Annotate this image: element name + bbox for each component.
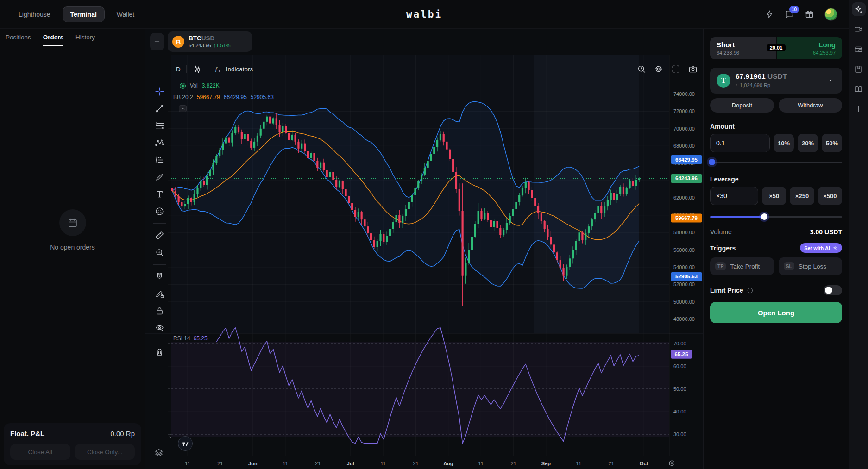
rsi-legend[interactable]: RSI 1465.25 — [173, 335, 208, 342]
svg-text:59667.79: 59667.79 — [675, 215, 698, 221]
chart-settings-icon[interactable] — [654, 64, 663, 74]
leverage-50-button[interactable]: ×50 — [762, 187, 786, 205]
tradingview-logo[interactable] — [178, 436, 193, 451]
percent-10-button[interactable]: 10% — [774, 134, 794, 152]
text-tool-icon[interactable] — [152, 187, 166, 201]
deposit-button[interactable]: Deposit — [710, 98, 774, 113]
bollinger-legend[interactable]: BB 20 2 59667.79 66429.95 52905.63 — [173, 94, 274, 100]
lock-icon[interactable] — [152, 304, 166, 318]
docs-icon[interactable] — [852, 82, 866, 96]
info-icon — [743, 287, 754, 294]
pattern-xabcd-icon[interactable] — [152, 136, 166, 150]
fullscreen-icon[interactable] — [671, 64, 680, 74]
leverage-500-button[interactable]: ×500 — [818, 187, 842, 205]
limit-price-label: Limit Price — [710, 287, 743, 294]
svg-text:60.00: 60.00 — [673, 363, 686, 369]
percent-20-button[interactable]: 20% — [798, 134, 818, 152]
primary-nav: Lighthouse Terminal Wallet — [11, 6, 142, 22]
interval-button[interactable]: D — [176, 66, 181, 73]
short-button[interactable]: Short 64,233.96 — [710, 37, 776, 59]
hide-drawings-icon[interactable] — [152, 321, 166, 335]
balance-fiat: ≈ 1,024,690 Rp — [736, 82, 770, 88]
collapse-left-icon[interactable] — [167, 432, 174, 440]
pnl-card: Float. P&L 0.00 Rp Close All Close Only.… — [4, 423, 141, 465]
nav-wallet[interactable]: Wallet — [109, 7, 142, 22]
close-only-button[interactable]: Close Only... — [75, 444, 135, 460]
wallet-icon[interactable] — [852, 42, 866, 56]
orders-panel: Positions Orders History No open orders … — [0, 29, 145, 469]
magnet-icon[interactable] — [152, 269, 166, 283]
add-symbol-button[interactable] — [150, 33, 164, 50]
leverage-input[interactable] — [716, 192, 752, 200]
long-price: 64,253.97 — [783, 50, 836, 56]
withdraw-button[interactable]: Withdraw — [779, 98, 843, 113]
add-widget-icon[interactable] — [852, 102, 866, 116]
tab-orders[interactable]: Orders — [43, 29, 63, 46]
indicators-button[interactable]: ƒx Indicators — [214, 64, 253, 74]
layers-icon[interactable] — [154, 448, 164, 458]
zoom-in-icon[interactable] — [152, 245, 166, 259]
svg-text:Oct: Oct — [640, 461, 648, 466]
limit-price-toggle[interactable] — [824, 285, 842, 295]
empty-state-text: No open orders — [50, 244, 95, 251]
nav-terminal[interactable]: Terminal — [63, 6, 105, 22]
topbar-actions: 10 — [765, 8, 837, 21]
topbar: Lighthouse Terminal Wallet walbi 10 — [0, 0, 849, 29]
volume-row: Volume 3.00 USDT — [710, 228, 842, 236]
chat-icon[interactable]: 10 — [785, 9, 794, 19]
float-pnl-label: Float. P&L — [10, 430, 44, 438]
percent-50-button[interactable]: 50% — [822, 134, 842, 152]
screen-record-icon[interactable] — [852, 22, 866, 36]
ai-assistant-icon[interactable] — [852, 2, 866, 16]
fib-retracement-icon[interactable] — [152, 119, 166, 132]
set-with-ai-button[interactable]: Set with AI — [800, 243, 842, 253]
svg-text:66429.95: 66429.95 — [675, 157, 698, 163]
ticker-quote: USD — [201, 35, 215, 42]
amount-label: Amount — [710, 123, 842, 130]
trend-line-icon[interactable] — [152, 101, 166, 115]
chart-section: 74000.0072000.0070000.0068000.0066000.00… — [145, 29, 703, 469]
volume-visibility-toggle[interactable] — [180, 83, 186, 89]
trash-icon[interactable] — [152, 345, 166, 359]
amount-input[interactable] — [716, 139, 764, 147]
bb-upper-value: 66429.95 — [224, 94, 247, 100]
balance-selector[interactable]: T 67.91961 USDT ≈ 1,024,690 Rp — [710, 68, 842, 94]
drawing-lock-icon[interactable] — [152, 287, 166, 300]
svg-text:52000.00: 52000.00 — [673, 281, 695, 287]
flash-icon[interactable] — [765, 9, 774, 19]
brush-icon[interactable] — [152, 170, 166, 184]
measure-icon[interactable] — [152, 228, 166, 242]
journal-icon[interactable] — [852, 62, 866, 76]
stop-loss-button[interactable]: SL Stop Loss — [779, 257, 843, 275]
crosshair-icon[interactable] — [152, 84, 166, 98]
snapshot-icon[interactable] — [688, 64, 698, 74]
svg-text:21: 21 — [609, 461, 614, 466]
nav-lighthouse[interactable]: Lighthouse — [11, 7, 58, 22]
tab-positions[interactable]: Positions — [6, 29, 31, 46]
spread-badge: 20.01 — [767, 44, 786, 51]
svg-text:72000.00: 72000.00 — [673, 108, 695, 114]
short-price: 64,233.96 — [717, 50, 769, 56]
side-selector: Short 64,233.96 Long 64,253.97 20.01 — [710, 37, 842, 59]
quick-search-icon[interactable] — [637, 64, 646, 74]
ticker-chip[interactable]: B BTCUSD 64,243.96↑1.51% — [168, 31, 252, 52]
leverage-slider[interactable] — [710, 213, 842, 220]
open-long-button[interactable]: Open Long — [710, 302, 842, 323]
bb-basis-value: 59667.79 — [197, 94, 220, 100]
gift-icon[interactable] — [805, 9, 814, 19]
avatar[interactable] — [824, 8, 837, 21]
leverage-250-button[interactable]: ×250 — [790, 187, 814, 205]
chart-type-icon[interactable] — [192, 64, 202, 74]
svg-text:52905.63: 52905.63 — [675, 274, 698, 279]
close-all-button[interactable]: Close All — [10, 444, 70, 460]
ticker-price: 64,243.96 — [189, 43, 211, 48]
take-profit-button[interactable]: TP Take Profit — [710, 257, 774, 275]
forecast-icon[interactable] — [152, 153, 166, 167]
amount-slider[interactable] — [710, 159, 842, 165]
tab-history[interactable]: History — [75, 29, 95, 46]
pane-collapse-button[interactable] — [179, 105, 187, 112]
balance-amount: 67.91961 — [736, 72, 766, 80]
svg-text:Sep: Sep — [541, 461, 551, 466]
axis-settings-icon[interactable] — [668, 459, 676, 467]
emoji-tool-icon[interactable] — [152, 204, 166, 218]
